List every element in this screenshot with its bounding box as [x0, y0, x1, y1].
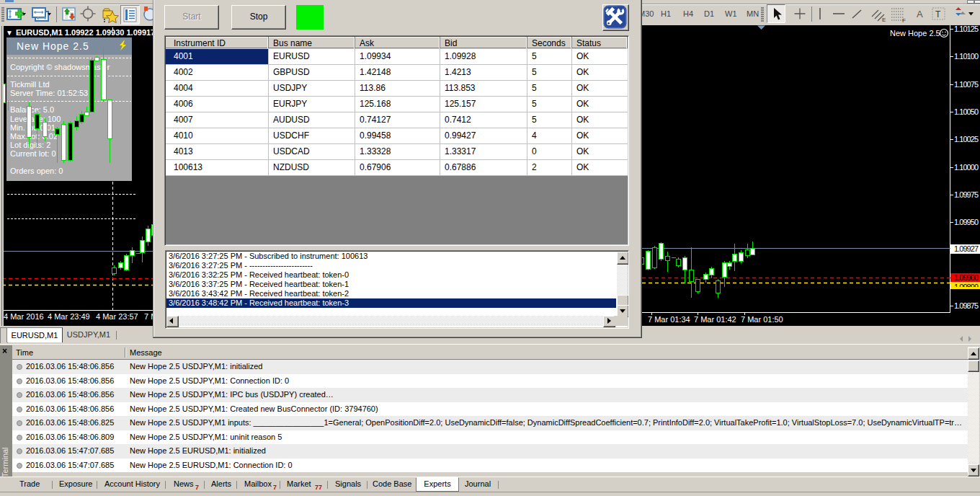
svg-text:1.09899: 1.09899 [954, 283, 979, 291]
svg-text:H4: H4 [683, 9, 693, 18]
svg-text:Max. lot: 0.02: Max. lot: 0.02 [10, 132, 58, 141]
svg-text:7 Mar 01:34: 7 Mar 01:34 [648, 315, 690, 324]
svg-text:Orders open: 0: Orders open: 0 [10, 167, 63, 175]
svg-text:F: F [902, 17, 906, 24]
svg-text:New Hope 2.5: New Hope 2.5 [17, 40, 89, 52]
svg-text:New Hope 2.5: New Hope 2.5 [890, 29, 940, 37]
svg-text:1.09900: 1.09900 [954, 273, 979, 282]
svg-text:1.10000: 1.10000 [954, 163, 979, 172]
svg-text:1.09975: 1.09975 [954, 190, 979, 199]
svg-text:1.09875: 1.09875 [954, 301, 979, 310]
svg-text:Min. lot: 0.01: Min. lot: 0.01 [10, 123, 55, 132]
svg-text:Balance: 5.0: Balance: 5.0 [10, 105, 54, 114]
svg-text:Server Time: 01:52:53: Server Time: 01:52:53 [10, 89, 88, 97]
svg-text:1.09927: 1.09927 [954, 244, 979, 253]
svg-text:4 Mar 23:49: 4 Mar 23:49 [48, 312, 90, 321]
svg-text:Lot digits: 2: Lot digits: 2 [10, 141, 50, 149]
svg-text:1.09950: 1.09950 [954, 218, 979, 226]
svg-text:1.10125: 1.10125 [954, 25, 979, 33]
svg-text:A: A [917, 9, 923, 19]
svg-text:▼: ▼ [6, 29, 13, 37]
svg-text:E: E [882, 17, 886, 23]
svg-text:1.10050: 1.10050 [954, 107, 979, 116]
svg-text:H1: H1 [661, 9, 671, 18]
svg-text:7 Mar 01:50: 7 Mar 01:50 [741, 315, 783, 324]
svg-text:1.10100: 1.10100 [954, 52, 979, 61]
svg-text:Tickmill Ltd: Tickmill Ltd [10, 80, 50, 89]
svg-text:MN: MN [747, 9, 759, 18]
svg-text:T: T [935, 9, 941, 19]
svg-text:D1: D1 [704, 9, 714, 18]
svg-text:4 Mar 23:57: 4 Mar 23:57 [96, 312, 138, 321]
svg-text:W1: W1 [725, 9, 737, 18]
svg-text:EURUSD,M1 1.09922 1.09930 1.0: EURUSD,M1 1.09922 1.09930 1.09917 1.099 [16, 28, 156, 37]
svg-text:1.10025: 1.10025 [954, 135, 979, 143]
svg-text:1.10075: 1.10075 [954, 80, 979, 89]
svg-text:Copyright © shadowsmaster: Copyright © shadowsmaster [10, 63, 110, 71]
svg-text:Current lot: 0: Current lot: 0 [10, 149, 56, 158]
svg-text:4 Mar 2016: 4 Mar 2016 [4, 312, 44, 321]
svg-text:7 Mar 01:42: 7 Mar 01:42 [694, 315, 736, 324]
